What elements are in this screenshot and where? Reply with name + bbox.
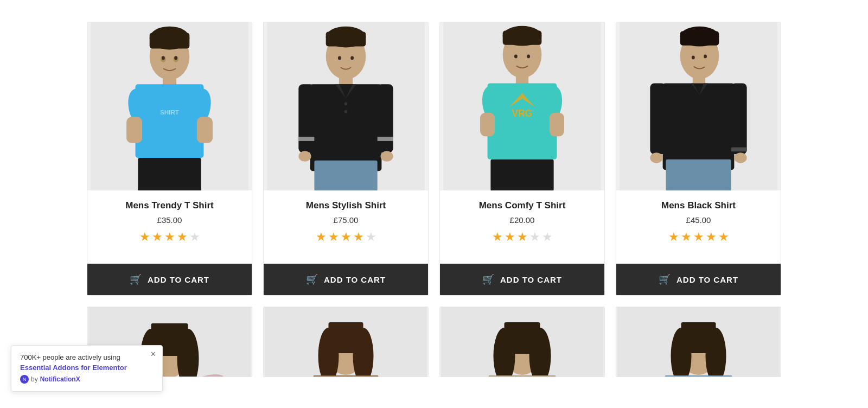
star-2-1: ★ — [316, 230, 327, 244]
svg-rect-90 — [681, 322, 716, 353]
product-card-3: VRG Mens Comfy T Shirt £20.00 ★ ★ — [439, 22, 605, 296]
svg-rect-20 — [326, 31, 366, 46]
partial-image-4 — [616, 307, 781, 377]
partial-product-2 — [263, 307, 429, 377]
product-image-4 — [616, 22, 781, 190]
star-1-4: ★ — [177, 230, 188, 244]
star-4-4: ★ — [706, 230, 717, 244]
product-card-2: Mens Stylish Shirt £75.00 ★ ★ ★ ★ ★ 🛒 AD… — [263, 22, 429, 296]
partial-product-3 — [439, 307, 605, 377]
stars-2: ★ ★ ★ ★ ★ — [272, 230, 419, 244]
product-name-4: Mens Black Shirt — [625, 200, 772, 211]
svg-rect-22 — [310, 84, 382, 171]
star-1-2: ★ — [152, 230, 163, 244]
star-4-5: ★ — [718, 230, 729, 244]
product-card-1: SHIRT Mens Trendy T Shirt £35.00 — [87, 22, 252, 296]
stars-4: ★ ★ ★ ★ ★ — [625, 230, 772, 244]
product-info-1: Mens Trendy T Shirt £35.00 ★ ★ ★ ★ ★ — [87, 190, 252, 264]
svg-rect-62 — [666, 160, 731, 190]
star-1-1: ★ — [139, 230, 150, 244]
svg-rect-28 — [298, 137, 314, 141]
product-grid-bottom — [87, 307, 781, 382]
add-to-cart-button-1[interactable]: 🛒 ADD TO CART — [87, 264, 252, 295]
cart-icon-3: 🛒 — [482, 273, 495, 285]
product-name-2: Mens Stylish Shirt — [272, 200, 419, 211]
svg-point-15 — [162, 56, 165, 60]
star-3-4: ★ — [529, 230, 540, 244]
svg-rect-63 — [731, 148, 747, 152]
star-2-3: ★ — [341, 230, 352, 244]
partial-product-4 — [616, 307, 781, 377]
svg-point-31 — [344, 110, 348, 113]
cart-icon-2: 🛒 — [306, 273, 318, 285]
svg-rect-49 — [490, 160, 553, 190]
svg-point-65 — [704, 55, 707, 59]
svg-rect-10 — [126, 117, 142, 143]
svg-point-50 — [514, 55, 518, 59]
product-name-3: Mens Comfy T Shirt — [449, 200, 596, 211]
star-3-5: ★ — [542, 230, 553, 244]
svg-rect-29 — [378, 137, 393, 141]
star-2-4: ★ — [353, 230, 364, 244]
product-image-1: SHIRT — [87, 22, 252, 190]
product-image-2 — [264, 22, 428, 190]
add-to-cart-label-1: ADD TO CART — [148, 275, 209, 284]
svg-rect-47 — [480, 113, 495, 137]
notification-close-button[interactable]: × — [151, 350, 156, 359]
stars-3: ★ ★ ★ ★ ★ — [449, 230, 596, 244]
svg-point-35 — [298, 151, 311, 161]
svg-rect-85 — [489, 375, 556, 377]
add-to-cart-button-4[interactable]: 🛒 ADD TO CART — [616, 264, 781, 295]
star-4-2: ★ — [681, 230, 692, 244]
svg-point-16 — [174, 56, 177, 60]
cart-icon-1: 🛒 — [130, 273, 142, 285]
svg-point-67 — [734, 152, 746, 163]
svg-rect-40 — [503, 31, 542, 45]
stars-1: ★ ★ ★ ★ ★ — [96, 230, 243, 244]
svg-rect-11 — [197, 117, 213, 143]
star-1-3: ★ — [164, 230, 175, 244]
star-2-2: ★ — [328, 230, 339, 244]
svg-rect-26 — [298, 84, 314, 152]
add-to-cart-label-3: ADD TO CART — [500, 275, 562, 284]
notification-text: 700K+ people are actively using — [20, 353, 143, 361]
svg-rect-78 — [329, 322, 363, 353]
svg-text:SHIRT: SHIRT — [160, 109, 179, 116]
partial-image-3 — [440, 307, 604, 377]
star-1-5: ★ — [189, 230, 200, 244]
product-price-1: £35.00 — [96, 215, 243, 225]
star-3-3: ★ — [517, 230, 528, 244]
notification-brand-name: NotificationX — [40, 375, 80, 383]
add-to-cart-button-2[interactable]: 🛒 ADD TO CART — [264, 264, 428, 295]
notification-link[interactable]: Essential Addons for Elementor — [20, 364, 143, 372]
product-info-4: Mens Black Shirt £45.00 ★ ★ ★ ★ ★ — [616, 190, 781, 264]
product-price-4: £45.00 — [625, 215, 772, 225]
product-info-3: Mens Comfy T Shirt £20.00 ★ ★ ★ ★ ★ — [440, 190, 604, 264]
svg-point-66 — [650, 152, 662, 163]
svg-rect-3 — [150, 33, 190, 48]
svg-rect-91 — [665, 375, 732, 377]
notification-popup: × 700K+ people are actively using Essent… — [11, 345, 163, 392]
star-2-5: ★ — [366, 230, 376, 244]
svg-rect-57 — [663, 83, 735, 170]
star-4-3: ★ — [693, 230, 704, 244]
cart-icon-4: 🛒 — [659, 273, 671, 285]
svg-rect-79 — [314, 375, 379, 377]
add-to-cart-button-3[interactable]: 🛒 ADD TO CART — [440, 264, 604, 295]
svg-rect-60 — [650, 83, 666, 154]
notification-by: N by NotificationX — [20, 375, 143, 384]
svg-rect-84 — [505, 322, 540, 354]
star-3-2: ★ — [505, 230, 515, 244]
svg-rect-48 — [550, 113, 564, 137]
svg-rect-27 — [378, 84, 393, 152]
product-image-3: VRG — [440, 22, 604, 190]
svg-rect-12 — [138, 158, 201, 190]
add-to-cart-label-4: ADD TO CART — [676, 275, 738, 284]
notification-by-label: by — [31, 375, 38, 383]
product-name-1: Mens Trendy T Shirt — [96, 200, 243, 211]
product-card-4: Mens Black Shirt £45.00 ★ ★ ★ ★ ★ 🛒 ADD … — [616, 22, 781, 296]
partial-image-2 — [264, 307, 428, 377]
svg-point-30 — [344, 102, 348, 105]
star-3-1: ★ — [492, 230, 503, 244]
svg-point-33 — [338, 56, 341, 60]
